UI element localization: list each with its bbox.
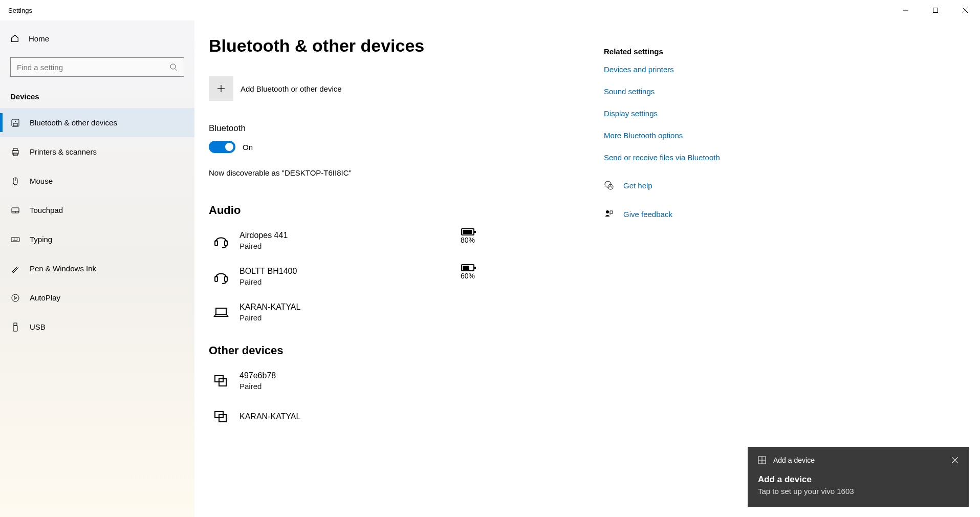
- battery-percent: 60%: [461, 272, 475, 280]
- link-send-receive-bluetooth[interactable]: Send or receive files via Bluetooth: [604, 153, 778, 162]
- svg-point-23: [12, 294, 19, 301]
- link-sound-settings[interactable]: Sound settings: [604, 87, 778, 96]
- svg-rect-32: [216, 308, 226, 315]
- device-row[interactable]: Airdopes 441Paired80%: [209, 226, 587, 262]
- autoplay-icon: [10, 293, 20, 303]
- related-heading: Related settings: [604, 47, 778, 56]
- touchpad-icon: [10, 205, 20, 216]
- add-tile: [209, 76, 233, 101]
- sidebar-item-usb[interactable]: USB: [0, 312, 194, 341]
- other-heading: Other devices: [209, 344, 587, 357]
- svg-rect-25: [13, 326, 17, 331]
- device-status: Paired: [239, 382, 276, 391]
- device-row[interactable]: 497e6b78Paired: [209, 367, 587, 402]
- notification-toast[interactable]: Add a device Add a device Tap to set up …: [748, 447, 969, 507]
- sidebar-home-label: Home: [29, 34, 49, 43]
- mouse-icon: [10, 176, 20, 186]
- sidebar-item-pen[interactable]: Pen & Windows Ink: [0, 254, 194, 283]
- bluetooth-devices-icon: [10, 118, 20, 128]
- content-area: Bluetooth & other devices Add Bluetooth …: [194, 20, 980, 517]
- device-status: Paired: [239, 277, 297, 286]
- sidebar-item-printers[interactable]: Printers & scanners: [0, 137, 194, 166]
- sidebar-item-bluetooth[interactable]: Bluetooth & other devices: [0, 108, 194, 137]
- bluetooth-label: Bluetooth: [209, 123, 587, 134]
- svg-rect-6: [12, 119, 19, 126]
- sidebar-home[interactable]: Home: [0, 27, 194, 50]
- usb-icon: [10, 322, 20, 332]
- toast-app-name: Add a device: [773, 456, 944, 464]
- svg-point-7: [15, 121, 16, 122]
- sidebar-item-label: Bluetooth & other devices: [30, 118, 117, 127]
- svg-point-4: [170, 64, 176, 69]
- device-row[interactable]: BOLTT BH1400Paired60%: [209, 262, 587, 298]
- home-icon: [10, 34, 19, 43]
- window-title: Settings: [8, 7, 32, 14]
- svg-text:?: ?: [610, 185, 613, 189]
- toast-app-icon: [758, 456, 766, 464]
- close-button[interactable]: [950, 0, 980, 20]
- maximize-icon: [932, 7, 939, 13]
- device-name: 497e6b78: [239, 371, 276, 380]
- device-icon: [212, 406, 230, 427]
- device-name: Airdopes 441: [239, 231, 288, 240]
- search-input[interactable]: [17, 63, 169, 72]
- sidebar-item-label: AutoPlay: [30, 293, 60, 302]
- search-box[interactable]: [10, 57, 184, 77]
- sidebar-item-typing[interactable]: Typing: [0, 225, 194, 254]
- device-status: Paired: [239, 242, 288, 250]
- sidebar-section-heading: Devices: [0, 86, 194, 108]
- svg-rect-10: [13, 148, 17, 150]
- get-help-row[interactable]: ? Get help: [604, 180, 778, 190]
- svg-rect-24: [14, 323, 17, 326]
- device-battery: 60%: [461, 264, 475, 280]
- device-battery: 80%: [461, 228, 475, 244]
- toast-subtitle: Tap to set up your vivo 1603: [758, 487, 959, 496]
- printer-icon: [10, 147, 20, 157]
- discoverable-text: Now discoverable as "DESKTOP-T6II8IC": [209, 168, 587, 177]
- device-row[interactable]: KARAN-KATYALPaired: [209, 298, 587, 334]
- battery-icon: [461, 264, 474, 271]
- device-row[interactable]: KARAN-KATYAL: [209, 402, 587, 438]
- search-icon: [169, 63, 178, 71]
- headset-icon: [212, 266, 230, 287]
- pen-icon: [10, 264, 20, 274]
- sidebar-item-label: Pen & Windows Ink: [30, 264, 96, 273]
- give-feedback-row[interactable]: Give feedback: [604, 209, 778, 219]
- minimize-icon: [903, 7, 909, 13]
- window-controls: [891, 0, 980, 20]
- device-name: KARAN-KATYAL: [239, 412, 300, 421]
- headset-icon: [212, 230, 230, 251]
- battery-icon: [461, 228, 474, 235]
- related-panel: Related settings Devices and printers So…: [604, 47, 778, 226]
- toast-close-button[interactable]: [951, 457, 959, 464]
- close-icon: [962, 7, 968, 13]
- bluetooth-toggle-state: On: [243, 143, 253, 152]
- device-name: KARAN-KATYAL: [239, 303, 300, 312]
- page-title: Bluetooth & other devices: [209, 36, 980, 56]
- link-display-settings[interactable]: Display settings: [604, 109, 778, 118]
- sidebar-item-mouse[interactable]: Mouse: [0, 166, 194, 196]
- toast-title: Add a device: [758, 475, 959, 485]
- maximize-button[interactable]: [921, 0, 950, 20]
- battery-percent: 80%: [461, 236, 475, 244]
- give-feedback-link[interactable]: Give feedback: [623, 210, 672, 219]
- get-help-link[interactable]: Get help: [623, 181, 652, 190]
- bluetooth-toggle[interactable]: [209, 141, 235, 153]
- device-status: Paired: [239, 313, 300, 322]
- sidebar-item-touchpad[interactable]: Touchpad: [0, 196, 194, 225]
- svg-rect-17: [11, 238, 19, 242]
- sidebar: Home Devices Bluetooth & other devices P…: [0, 20, 194, 517]
- link-devices-printers[interactable]: Devices and printers: [604, 65, 778, 74]
- add-device-label: Add Bluetooth or other device: [241, 84, 342, 93]
- add-device-button[interactable]: Add Bluetooth or other device: [209, 76, 587, 101]
- link-more-bluetooth[interactable]: More Bluetooth options: [604, 131, 778, 140]
- sidebar-item-autoplay[interactable]: AutoPlay: [0, 283, 194, 312]
- titlebar: Settings: [0, 0, 980, 20]
- keyboard-icon: [10, 234, 20, 245]
- feedback-icon: [604, 209, 614, 219]
- svg-point-40: [606, 210, 609, 213]
- sidebar-item-label: Touchpad: [30, 206, 63, 214]
- minimize-button[interactable]: [891, 0, 921, 20]
- audio-heading: Audio: [209, 204, 587, 217]
- device-name: BOLTT BH1400: [239, 267, 297, 276]
